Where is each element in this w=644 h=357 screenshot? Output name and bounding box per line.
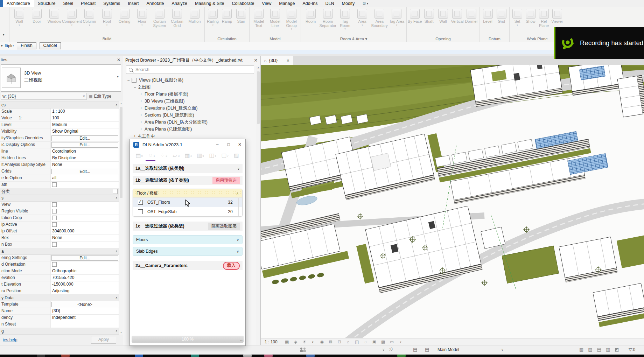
ribbon-tab[interactable]: Massing & Site bbox=[191, 0, 228, 7]
ribbon-button[interactable]: Curtain System ▾ bbox=[151, 8, 168, 28]
browser-scrollbar[interactable]: ∧ bbox=[256, 66, 260, 345]
panel-label[interactable]: Circulation bbox=[205, 36, 249, 42]
ribbon-button[interactable]: Tag Area ▾ bbox=[388, 8, 405, 26]
tree-item[interactable]: + Sections (DLN_建筑剖面) bbox=[123, 112, 260, 119]
ribbon-button[interactable]: Shaft ▾ bbox=[422, 8, 436, 24]
shadows-icon[interactable]: ◐ bbox=[310, 340, 316, 344]
scrollbar-thumb[interactable] bbox=[257, 71, 260, 124]
scroll-up-icon[interactable]: ∧ bbox=[256, 66, 260, 70]
ribbon-tab[interactable]: Insert bbox=[124, 0, 142, 7]
ribbon-button[interactable]: Door ▾ bbox=[28, 8, 46, 24]
search-input[interactable]: Search bbox=[126, 65, 254, 74]
ribbon-button[interactable]: Component ▾ bbox=[63, 8, 80, 26]
taskbar-app-fragment[interactable] bbox=[37, 355, 45, 357]
section-header-classification[interactable]: 分类 bbox=[0, 188, 119, 195]
cancel-button[interactable]: Cancel bbox=[40, 42, 61, 49]
ribbon-button[interactable]: Ramp ▾ bbox=[220, 8, 234, 24]
ribbon-tab[interactable]: Precast bbox=[77, 0, 99, 7]
displaced-elements-icon[interactable]: ▩ bbox=[380, 340, 386, 344]
drag-on-selection-icon[interactable]: ◩ bbox=[615, 347, 619, 352]
detail-level-icon[interactable]: ▦ bbox=[284, 340, 290, 344]
ribbon-button[interactable]: Vertical ▾ bbox=[450, 8, 464, 24]
taskbar-app-fragment[interactable] bbox=[135, 355, 143, 357]
properties-scrollbar[interactable]: ∧ ∨ bbox=[119, 102, 123, 335]
tree-item[interactable]: − 2.出图 bbox=[123, 84, 260, 91]
ribbon-button[interactable]: Dormer ▾ bbox=[464, 8, 478, 24]
selection-box-icon[interactable]: ▭ bbox=[389, 340, 395, 344]
ribbon-button[interactable]: Model Text ▾ bbox=[251, 8, 267, 28]
section-2a[interactable]: 2a__Camera_Parameters 载入 bbox=[133, 261, 243, 270]
section-1b[interactable]: 1b__选取过滤器 (依子类别) 启用预筛选 bbox=[133, 176, 243, 185]
dialog-tool-icon[interactable]: ⁘ 2 bbox=[159, 151, 167, 160]
ribbon-tab[interactable]: Annotate bbox=[143, 0, 168, 7]
ribbon-tab[interactable]: Analyze bbox=[168, 0, 191, 7]
minimize-button[interactable]: – bbox=[212, 139, 223, 150]
ribbon-button[interactable]: Area ▾ bbox=[354, 8, 371, 26]
view-tab-3d[interactable]: ⌂ {3D} ✕ bbox=[260, 56, 293, 65]
section-1a[interactable]: 1a__选取过滤器 (依类别) ∨ bbox=[133, 164, 243, 173]
tree-expander-icon[interactable]: + bbox=[139, 127, 144, 132]
taskbar-app-fragment[interactable] bbox=[191, 355, 199, 357]
load-button[interactable]: 载入 bbox=[223, 262, 240, 270]
section-1c[interactable]: 1c__选取过滤器 (依类型) 隔离选取图层 bbox=[133, 222, 243, 231]
tree-item[interactable]: + Elevations (DLN_建筑立面) bbox=[123, 105, 260, 112]
select-pinned-icon[interactable]: ▤ bbox=[597, 347, 601, 352]
design-option-selector[interactable]: Main Model bbox=[438, 347, 459, 352]
tree-item[interactable]: + 4.工作中 bbox=[123, 133, 260, 140]
ribbon-button[interactable]: Stair ▾ bbox=[234, 8, 248, 24]
resize-grip[interactable]: -- bbox=[240, 338, 243, 342]
tree-expander-icon[interactable]: + bbox=[139, 120, 144, 125]
section-header-phasing[interactable]: g∧ bbox=[0, 328, 119, 335]
properties-help-link[interactable]: ies help bbox=[3, 337, 17, 342]
ribbon-tab[interactable]: Add-Ins bbox=[299, 0, 321, 7]
ribbon-button[interactable]: Ceiling ▾ bbox=[116, 8, 133, 24]
ribbon-button[interactable]: Set ▾ bbox=[511, 8, 524, 26]
type-selector[interactable]: 3D View 三维视图 ▾ bbox=[1, 64, 121, 92]
ribbon-button[interactable]: Floor ▾ bbox=[133, 8, 151, 26]
temporary-view-properties-icon[interactable]: ▣ bbox=[371, 340, 378, 344]
collapse-icon[interactable]: ‹ bbox=[398, 340, 404, 344]
floors-dropdown[interactable]: Floors ∨ bbox=[133, 235, 243, 244]
tree-item[interactable]: + Area Plans (DLN_防火分区面积) bbox=[123, 119, 260, 126]
slab-edges-dropdown[interactable]: Slab Edges ∨ bbox=[133, 247, 243, 256]
taskbar-app-fragment[interactable] bbox=[306, 355, 315, 357]
visual-style-icon[interactable]: ◈ bbox=[293, 340, 299, 344]
taskbar-app-fragment[interactable] bbox=[243, 355, 252, 357]
maximize-button[interactable]: □ bbox=[223, 139, 234, 150]
panel-label[interactable]: Model bbox=[250, 36, 301, 42]
worksets-dialog-icon[interactable]: ▤ bbox=[413, 347, 417, 352]
tree-expander-icon[interactable]: + bbox=[132, 134, 137, 139]
ribbon-button[interactable]: Ref Plane ▾ bbox=[537, 8, 551, 28]
show-crop-region-icon[interactable]: ⊡ bbox=[336, 340, 343, 344]
ribbon-button[interactable]: Show ▾ bbox=[524, 8, 537, 24]
ribbon-button[interactable]: Curtain Grid ▾ bbox=[168, 8, 186, 28]
section-header-camera[interactable]: a∧ bbox=[0, 248, 119, 255]
edit-type-button[interactable]: ▦ Edit Type bbox=[87, 94, 121, 99]
ribbon-tab[interactable]: Steel bbox=[59, 0, 77, 7]
ribbon-button[interactable]: Tag Room ▾ bbox=[336, 8, 354, 30]
ribbon-tab[interactable]: Manage bbox=[275, 0, 299, 7]
close-icon[interactable]: ✕ bbox=[286, 58, 289, 63]
select-by-face-icon[interactable]: ▥ bbox=[606, 347, 610, 352]
tree-expander-icon[interactable]: + bbox=[139, 113, 144, 118]
ribbon-button[interactable]: Mullion ▾ bbox=[186, 8, 203, 24]
isolate-selection-button[interactable]: 隔离选取图层 bbox=[208, 223, 240, 230]
scroll-up-icon[interactable]: ∧ bbox=[119, 102, 123, 106]
section-header-extents[interactable]: s∧ bbox=[0, 195, 119, 202]
ribbon-button[interactable]: Room Separator ▾ bbox=[319, 8, 336, 28]
dialog-tool-icon[interactable]: ▱ 3 bbox=[171, 151, 179, 160]
sun-path-icon[interactable]: ☀ bbox=[301, 340, 308, 344]
dialog-tool-icon[interactable]: ▢ 7 bbox=[220, 151, 228, 160]
ribbon-tab[interactable]: DLN bbox=[322, 0, 338, 7]
ribbon-button[interactable]: Column ▾ bbox=[80, 8, 98, 26]
ribbon-tab[interactable]: View bbox=[258, 0, 275, 7]
ribbon-button[interactable]: Level ▾ bbox=[481, 8, 495, 24]
dialog-tool-icon[interactable]: ▥ 5 bbox=[195, 151, 204, 160]
editable-elements-count[interactable]: :0 bbox=[389, 347, 393, 352]
ribbon-button[interactable]: Area Boundary ▾ bbox=[371, 8, 388, 28]
dialog-title-bar[interactable]: R DLN Addin V2023.1 – □ ✕ bbox=[130, 139, 245, 150]
chevron-down-icon[interactable]: ∨ bbox=[382, 348, 385, 351]
dialog-tool-icon[interactable]: ▤ 0 bbox=[134, 151, 142, 160]
selection-filter-icon[interactable]: ▽:0 bbox=[629, 347, 635, 352]
ribbon-tab[interactable]: Collaborate bbox=[228, 0, 258, 7]
